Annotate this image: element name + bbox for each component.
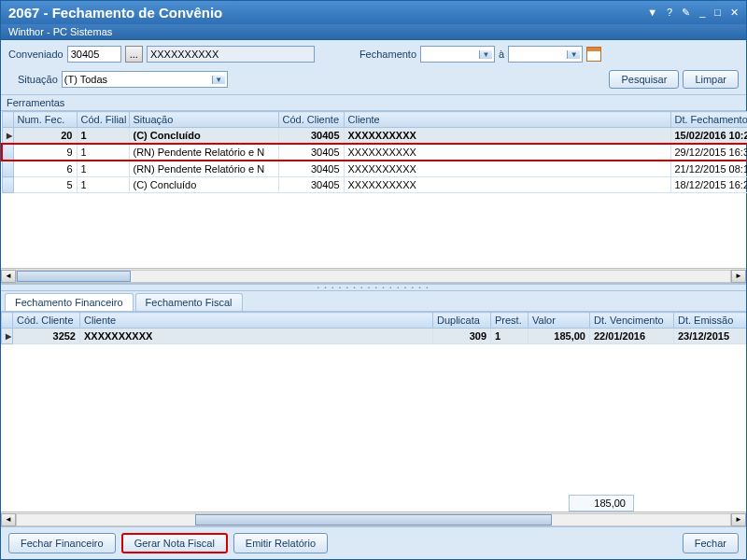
row-indicator bbox=[2, 161, 13, 177]
row-indicator bbox=[2, 177, 13, 193]
situacao-combo[interactable]: (T) Todas▼ bbox=[62, 71, 228, 88]
tools-label: Ferramentas bbox=[7, 97, 64, 108]
cell: (C) Concluído bbox=[129, 128, 278, 145]
cell: 15/02/2016 10:2 bbox=[670, 128, 747, 145]
cell: XXXXXXXXXX bbox=[344, 144, 670, 161]
cell: 1 bbox=[491, 329, 529, 344]
row-indicator bbox=[2, 144, 13, 161]
scroll-right-icon[interactable]: ► bbox=[731, 513, 746, 526]
cell: (RN) Pendente Relatório e N bbox=[129, 144, 278, 161]
detail-grid[interactable]: Cód. Cliente Cliente Duplicata Prest. Va… bbox=[1, 312, 746, 344]
table-row[interactable]: 5 1 (C) Concluído 30405 XXXXXXXXXX 18/12… bbox=[2, 177, 747, 193]
row-indicator-icon: ▶ bbox=[2, 128, 13, 145]
col-cod-cliente[interactable]: Cód. Cliente bbox=[278, 112, 344, 128]
cell: (C) Concluído bbox=[129, 177, 278, 193]
fechamento-to[interactable]: ▼ bbox=[508, 46, 583, 63]
row-indicator-icon: ▶ bbox=[2, 329, 13, 344]
cell: XXXXXXXXXX bbox=[80, 329, 433, 344]
cell: 22/01/2016 bbox=[590, 329, 674, 344]
cell: 20 bbox=[13, 128, 77, 145]
cell: 29/12/2015 16:38: bbox=[670, 144, 747, 161]
col-dt-emissao[interactable]: Dt. Emissão bbox=[674, 313, 747, 329]
detail-area: Cód. Cliente Cliente Duplicata Prest. Va… bbox=[1, 312, 746, 526]
tab-fiscal[interactable]: Fechamento Fiscal bbox=[135, 293, 243, 311]
main-grid-hscroll[interactable]: ◄ ► bbox=[1, 268, 746, 283]
col-prest[interactable]: Prest. bbox=[491, 313, 529, 329]
help-icon[interactable]: ? bbox=[667, 7, 672, 19]
fechar-financeiro-button[interactable]: Fechar Financeiro bbox=[8, 533, 116, 553]
fechamento-from[interactable]: ▼ bbox=[420, 46, 495, 63]
window-title: 2067 - Fechamento de Convênio bbox=[8, 5, 222, 21]
col-dt-fechamento[interactable]: Dt. Fechamento Pr bbox=[670, 112, 747, 128]
conveniado-name bbox=[147, 46, 315, 63]
scroll-right-icon[interactable]: ► bbox=[731, 270, 746, 283]
cell: 30405 bbox=[278, 161, 344, 177]
fechamento-label: Fechamento bbox=[359, 49, 416, 60]
table-row[interactable]: ▶ 20 1 (C) Concluído 30405 XXXXXXXXXX 15… bbox=[2, 128, 747, 145]
situacao-label: Situação bbox=[18, 74, 58, 85]
pesquisar-button[interactable]: Pesquisar bbox=[609, 70, 679, 89]
total-value: 185,00 bbox=[569, 495, 634, 511]
splitter[interactable]: • • • • • • • • • • • • • • • • bbox=[1, 284, 746, 291]
col-valor[interactable]: Valor bbox=[529, 313, 590, 329]
button-bar: Fechar Financeiro Gerar Nota Fiscal Emit… bbox=[1, 526, 746, 559]
scroll-thumb[interactable] bbox=[17, 271, 131, 282]
scroll-thumb[interactable] bbox=[195, 514, 552, 525]
main-grid-area: Num. Fec. Cód. Filial Situação Cód. Clie… bbox=[1, 111, 746, 284]
a-label: à bbox=[499, 49, 504, 60]
col-situacao[interactable]: Situação bbox=[129, 112, 278, 128]
cell: XXXXXXXXXX bbox=[344, 161, 670, 177]
cell: 23/12/2015 bbox=[674, 329, 747, 344]
detail-tabs: Fechamento Financeiro Fechamento Fiscal bbox=[1, 291, 746, 312]
close-icon[interactable]: ✕ bbox=[730, 7, 739, 19]
window-controls: ▼ ? ✎ _ □ ✕ bbox=[647, 7, 739, 19]
situacao-value: (T) Todas bbox=[64, 74, 107, 85]
conveniado-input[interactable] bbox=[67, 46, 121, 63]
subtitle: Winthor - PC Sistemas bbox=[1, 24, 746, 40]
app-window: 2067 - Fechamento de Convênio ▼ ? ✎ _ □ … bbox=[0, 0, 747, 560]
lookup-button[interactable]: ... bbox=[125, 46, 143, 63]
table-row[interactable]: 6 1 (RN) Pendente Relatório e N 30405 XX… bbox=[2, 161, 747, 177]
maximize-icon[interactable]: □ bbox=[714, 7, 721, 19]
tools-menu[interactable]: Ferramentas bbox=[1, 95, 746, 111]
main-grid[interactable]: Num. Fec. Cód. Filial Situação Cód. Clie… bbox=[1, 111, 747, 193]
col-cliente[interactable]: Cliente bbox=[80, 313, 433, 329]
col-cod-cliente[interactable]: Cód. Cliente bbox=[13, 313, 80, 329]
cell: 9 bbox=[13, 144, 77, 161]
conveniado-label: Conveniado bbox=[8, 49, 63, 60]
limpar-button[interactable]: Limpar bbox=[683, 70, 739, 89]
minimize-icon[interactable]: _ bbox=[699, 7, 705, 19]
gerar-nota-fiscal-button[interactable]: Gerar Nota Fiscal bbox=[121, 533, 228, 553]
detail-grid-hscroll[interactable]: ◄ ► bbox=[1, 511, 746, 526]
cell: 30405 bbox=[278, 144, 344, 161]
col-num-fec[interactable]: Num. Fec. bbox=[13, 112, 77, 128]
col-duplicata[interactable]: Duplicata bbox=[433, 313, 491, 329]
scroll-left-icon[interactable]: ◄ bbox=[1, 270, 16, 283]
cell: 21/12/2015 08:19: bbox=[670, 161, 747, 177]
dropdown-icon[interactable]: ▼ bbox=[647, 7, 657, 19]
row-selector-header bbox=[2, 313, 13, 329]
calendar-icon[interactable] bbox=[586, 47, 601, 62]
col-cod-filial[interactable]: Cód. Filial bbox=[77, 112, 129, 128]
cell: 5 bbox=[13, 177, 77, 193]
cell: 18/12/2015 16:23: bbox=[670, 177, 747, 193]
col-dt-venc[interactable]: Dt. Vencimento bbox=[590, 313, 674, 329]
filter-bar: Conveniado ... Fechamento ▼ à ▼ Situação… bbox=[1, 40, 746, 95]
emitir-relatorio-button[interactable]: Emitir Relatório bbox=[233, 533, 328, 553]
tab-financeiro[interactable]: Fechamento Financeiro bbox=[5, 293, 134, 311]
cell: 309 bbox=[433, 329, 491, 344]
cell: XXXXXXXXXX bbox=[344, 128, 670, 145]
cell: 1 bbox=[77, 128, 129, 145]
col-cliente[interactable]: Cliente bbox=[344, 112, 670, 128]
cell: 3252 bbox=[13, 329, 80, 344]
fechar-button[interactable]: Fechar bbox=[683, 533, 739, 553]
titlebar: 2067 - Fechamento de Convênio ▼ ? ✎ _ □ … bbox=[1, 1, 746, 24]
cell: 185,00 bbox=[529, 329, 590, 344]
edit-icon[interactable]: ✎ bbox=[682, 7, 690, 19]
table-row[interactable]: 9 1 (RN) Pendente Relatório e N 30405 XX… bbox=[2, 144, 747, 161]
total-row: 185,00 bbox=[1, 495, 746, 511]
cell: (RN) Pendente Relatório e N bbox=[129, 161, 278, 177]
scroll-left-icon[interactable]: ◄ bbox=[1, 513, 16, 526]
table-row[interactable]: ▶ 3252 XXXXXXXXXX 309 1 185,00 22/01/201… bbox=[2, 329, 747, 344]
grid-header-row: Cód. Cliente Cliente Duplicata Prest. Va… bbox=[2, 313, 747, 329]
